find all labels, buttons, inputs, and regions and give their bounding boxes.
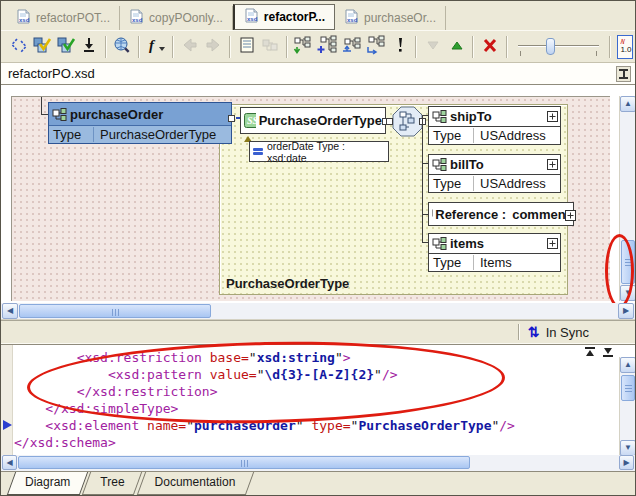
triangle-down-icon: [424, 36, 442, 58]
validate-xml-button[interactable]: [30, 34, 53, 60]
node-items[interactable]: items TypeItems: [428, 233, 561, 272]
find-usages-button[interactable]: [111, 34, 134, 60]
node-bill-to[interactable]: billTo TypeUSAddress: [428, 154, 561, 193]
type-label: Type: [429, 128, 473, 143]
show-errors-button[interactable]: [388, 34, 411, 60]
code-token: </xsd:schema>: [14, 435, 116, 450]
expand-port-icon[interactable]: [547, 238, 558, 249]
code-token: [14, 367, 108, 382]
import-schema-button[interactable]: [77, 34, 100, 60]
scroll-right-button[interactable]: ▶: [619, 455, 634, 470]
svg-text:SS: SS: [247, 115, 256, 126]
zoom-slider[interactable]: [516, 36, 602, 58]
element-icon: [432, 110, 447, 123]
code-lines[interactable]: <xsd:restriction base="xsd:string"> <xsd…: [14, 349, 617, 451]
view-tab-diagram[interactable]: Diagram: [11, 472, 84, 495]
slider-thumb[interactable]: [546, 38, 555, 55]
collapse-up-button[interactable]: [583, 347, 597, 357]
add-sequence-button[interactable]: [340, 34, 364, 60]
diagram-canvas[interactable]: PurchaseOrderType purchaseOrder TypePurc…: [11, 96, 610, 301]
type-label: Type: [429, 176, 473, 191]
diagram-vertical-scrollbar[interactable]: ▲ ▼: [619, 96, 635, 301]
show-document-button[interactable]: [235, 34, 258, 60]
code-line[interactable]: </xsd:restriction>: [14, 383, 617, 400]
connector-port[interactable]: [228, 115, 235, 122]
expand-port-icon[interactable]: [547, 159, 558, 170]
collapse-down-button[interactable]: [601, 347, 615, 357]
connector-port[interactable]: [386, 118, 393, 125]
forward-arrow-icon: [203, 35, 223, 59]
expand-port-icon[interactable]: [565, 210, 576, 221]
node-ship-to[interactable]: shipTo TypeUSAddress: [428, 106, 561, 145]
view-tab-documentation[interactable]: Documentation: [141, 472, 250, 495]
tab-label: refactorP...: [264, 10, 325, 24]
diagram-horizontal-scrollbar[interactable]: ◀ ▶: [1, 303, 635, 320]
type-value: USAddress: [473, 176, 560, 191]
node-purchase-order-type[interactable]: SSPurchaseOrderType: [240, 107, 386, 134]
type-value: USAddress: [473, 128, 560, 143]
code-line[interactable]: <xsd:restriction base="xsd:string">: [14, 349, 617, 366]
slider-track: [518, 45, 600, 47]
document-tab-4[interactable]: xsdpurchaseOr...: [335, 6, 446, 30]
svg-text:xsd: xsd: [132, 17, 143, 23]
code-token: base=: [210, 350, 249, 365]
code-line[interactable]: <xsd:element name="purchaseOrder" type="…: [14, 417, 617, 434]
check-schema-button[interactable]: [54, 34, 77, 60]
add-reference-button[interactable]: [364, 34, 388, 60]
editor-splitter-button[interactable]: [616, 66, 631, 82]
code-line[interactable]: <xsd:pattern value="\d{3}-[A-Z]{2}"/>: [14, 366, 617, 383]
document-tab-3[interactable]: xsdrefactorP...: [233, 4, 335, 30]
tree-add-ref-icon: [365, 35, 387, 59]
code-token: ": [374, 367, 382, 382]
view-tab-tree[interactable]: Tree: [86, 472, 138, 495]
node-purchase-order[interactable]: purchaseOrder TypePurchaseOrderType: [48, 102, 232, 144]
toolbar-separator: [229, 36, 231, 58]
scrollbar-thumb[interactable]: [19, 304, 211, 318]
code-line[interactable]: </xsd:simpleType>: [14, 400, 617, 417]
scroll-down-button[interactable]: ▼: [620, 285, 636, 301]
attribute-icon: [253, 147, 263, 156]
slider-tick: [520, 51, 521, 56]
source-view-button[interactable]: [7, 34, 30, 60]
tab-label: Tree: [100, 475, 124, 489]
add-element-button[interactable]: [316, 34, 340, 60]
tab-label: purchaseOr...: [364, 11, 436, 25]
scroll-right-button[interactable]: ▶: [618, 303, 634, 319]
document-tab-2[interactable]: xsdcopyPOonly...: [120, 6, 233, 30]
expand-button[interactable]: [445, 34, 468, 60]
add-attribute-button[interactable]: [292, 34, 316, 60]
scroll-left-button[interactable]: ◀: [2, 455, 17, 470]
slider-tick: [596, 51, 597, 56]
code-line[interactable]: </xsd:schema>: [14, 434, 617, 451]
code-tags-icon: [9, 35, 29, 59]
scroll-left-button[interactable]: ◀: [2, 303, 18, 319]
code-token: ": [335, 350, 343, 365]
apply-pattern-button[interactable]: f: [144, 34, 168, 60]
document-tab-1[interactable]: xsdrefactorPOT...: [7, 6, 120, 30]
exclamation-icon: [393, 35, 407, 59]
search-globe-icon: [112, 35, 132, 59]
node-order-date-attribute[interactable]: orderDate Type : xsd:date: [249, 141, 389, 162]
view-tab-bar: DiagramTreeDocumentation: [1, 471, 635, 495]
sync-label: In Sync: [546, 325, 589, 340]
code-token: [14, 384, 77, 399]
tab-label: Documentation: [155, 475, 236, 489]
scrollbar-thumb[interactable]: [621, 375, 635, 401]
scrollbar-thumb[interactable]: [18, 456, 470, 469]
source-editor[interactable]: <xsd:restriction base="xsd:string"> <xsd…: [1, 344, 635, 455]
scroll-up-button[interactable]: ▲: [620, 357, 636, 373]
editor-vertical-scrollbar[interactable]: ▲ ▼: [619, 357, 635, 456]
expand-port-icon[interactable]: [547, 111, 558, 122]
node-reference[interactable]: Reference :comment: [428, 202, 574, 226]
zoom-level-button[interactable]: /\/1.0: [617, 35, 633, 59]
i-beam-icon: [619, 69, 628, 79]
toolbar-separator: [138, 36, 140, 58]
scroll-down-button[interactable]: ▼: [620, 440, 636, 456]
editor-horizontal-scrollbar[interactable]: ◀ ▶: [1, 455, 635, 471]
scrollbar-thumb[interactable]: [621, 240, 635, 284]
up-down-arrows-icon: ⇅: [528, 324, 540, 340]
code-token: [202, 350, 210, 365]
scroll-up-button[interactable]: ▲: [620, 96, 636, 112]
delete-button[interactable]: [478, 34, 501, 60]
tree-add-up-icon: [341, 35, 363, 59]
